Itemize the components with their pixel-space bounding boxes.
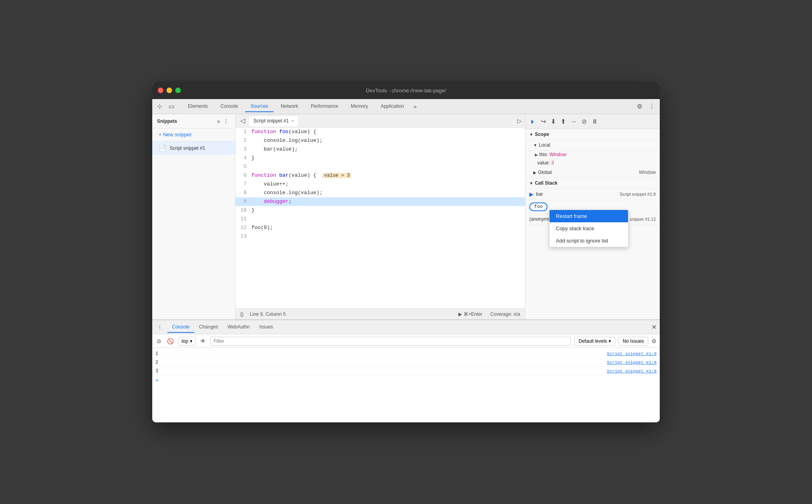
step-button[interactable]: → — [569, 117, 578, 126]
clear-console-button[interactable]: ⊘ — [155, 337, 163, 346]
no-issues-label: No Issues — [623, 338, 644, 344]
editor-tab-close-button[interactable]: × — [291, 118, 293, 123]
tab-bar-right: ⚙ ⋮ — [635, 101, 657, 112]
navigate-back-icon[interactable]: ◁ — [239, 115, 247, 126]
console-input[interactable] — [162, 378, 657, 383]
context-selector[interactable]: top ▾ — [178, 337, 196, 346]
tab-issues[interactable]: Issues — [255, 322, 278, 333]
window-title: DevTools - chrome://new-tab-page/ — [366, 88, 446, 94]
console-filter-input[interactable] — [210, 337, 571, 346]
close-bottom-panel-button[interactable]: ✕ — [651, 323, 657, 331]
tab-elements[interactable]: Elements — [182, 101, 213, 112]
console-output: 1 Script snippet #1:8 2 Script snippet #… — [152, 348, 660, 422]
tab-sources[interactable]: Sources — [245, 101, 274, 112]
global-scope-header[interactable]: ▶ Global Window — [525, 167, 660, 178]
line-number-6: 6 — [236, 171, 251, 180]
console-loc-1[interactable]: Script snippet #1:8 — [607, 351, 657, 356]
code-line-6: 6 function bar(value) { value = 3 — [236, 171, 525, 180]
console-loc-3[interactable]: Script snippet #1:8 — [607, 369, 657, 374]
resume-button[interactable]: ⏵ — [529, 117, 537, 126]
scope-section-header[interactable]: ▼ Scope — [525, 129, 660, 140]
line-number-10: 10 — [236, 206, 251, 215]
console-value-2: 2 — [155, 360, 167, 365]
tab-application[interactable]: Application — [375, 101, 410, 112]
console-loc-2[interactable]: Script snippet #1:8 — [607, 360, 657, 365]
block-network-button[interactable]: 🚫 — [166, 337, 175, 346]
global-triangle-icon: ▶ — [533, 170, 536, 175]
call-stack-header[interactable]: ▼ Call Stack — [525, 178, 660, 189]
step-over-button[interactable]: ↪ — [540, 116, 547, 126]
console-line-1: 1 Script snippet #1:8 — [152, 349, 660, 358]
editor-tab-bar: ◁ Script snippet #1 × ▷ — [236, 114, 525, 128]
tab-memory[interactable]: Memory — [345, 101, 373, 112]
run-button[interactable]: ▶ — [458, 311, 462, 317]
tab-changes[interactable]: Changes — [194, 322, 223, 333]
close-button[interactable] — [158, 88, 163, 93]
cursor-icon[interactable]: ⊹ — [155, 101, 164, 112]
tab-webauthn[interactable]: WebAuthn — [223, 322, 255, 333]
more-tabs-icon[interactable]: » — [411, 102, 419, 111]
add-to-ignore-list-menu-item[interactable]: Add script to ignore list — [550, 235, 628, 247]
traffic-lights — [158, 88, 181, 93]
device-icon[interactable]: ▭ — [167, 101, 176, 112]
console-line-2: 2 Script snippet #1:8 — [152, 358, 660, 367]
tab-performance[interactable]: Performance — [305, 101, 344, 112]
code-line-4: 4 } — [236, 154, 525, 162]
maximize-button[interactable] — [175, 88, 181, 93]
line-number-8: 8 — [236, 189, 251, 197]
more-snippets-icon[interactable]: » — [215, 117, 222, 125]
default-levels-button[interactable]: Default levels ▾ — [574, 337, 615, 346]
bottom-more-icon[interactable]: ⋮ — [155, 323, 164, 332]
tab-console[interactable]: Console — [215, 101, 243, 112]
line-number-2: 2 — [236, 136, 251, 145]
step-into-button[interactable]: ⬇ — [550, 116, 557, 126]
foo-frame-button[interactable]: foo — [529, 202, 548, 211]
console-settings-icon[interactable]: ⚙ — [651, 338, 657, 344]
format-button[interactable]: {} — [240, 311, 243, 317]
new-snippet-label: + New snippet — [159, 132, 192, 137]
local-scope-header[interactable]: ▼ Local — [525, 140, 660, 151]
tab-console-bottom[interactable]: Console — [167, 322, 194, 333]
bottom-panel: ⋮ Console Changes WebAuthn Issues ✕ ⊘ 🚫 … — [152, 319, 660, 422]
console-input-line: > — [152, 376, 660, 385]
settings-icon[interactable]: ⚙ — [635, 101, 644, 112]
editor-tab-right: ▷ — [517, 117, 522, 124]
bar-frame-name: bar — [536, 191, 620, 197]
new-snippet-button[interactable]: + New snippet — [152, 128, 235, 141]
snippet-item[interactable]: 📄 Script snippet #1 — [152, 141, 235, 155]
center-panel: ◁ Script snippet #1 × ▷ 1 function foo(v… — [236, 114, 525, 319]
bottom-tab-bar: ⋮ Console Changes WebAuthn Issues ✕ — [152, 320, 660, 334]
call-stack-bar-frame[interactable]: ▶ bar Script snippet #1:9 — [525, 189, 660, 200]
snippet-file-icon: 📄 — [159, 144, 167, 152]
deactivate-breakpoints-button[interactable]: ⊘ — [580, 116, 588, 126]
console-line-3: 3 Script snippet #1:8 — [152, 367, 660, 376]
local-triangle-icon: ▼ — [533, 143, 537, 147]
line-content-10: } — [251, 206, 525, 215]
copy-stack-trace-menu-item[interactable]: Copy stack trace — [550, 222, 628, 235]
console-value-1: 1 — [155, 351, 167, 357]
line-content-4: } — [251, 154, 525, 162]
more-options-icon[interactable]: ⋮ — [647, 101, 657, 112]
tab-network[interactable]: Network — [275, 101, 304, 112]
code-line-7: 7 value++; — [236, 180, 525, 189]
editor-tab-title: Script snippet #1 — [253, 118, 289, 124]
eye-icon[interactable]: 👁 — [199, 337, 207, 346]
editor-tab[interactable]: Script snippet #1 × — [248, 115, 299, 126]
run-status: ▶ ⌘+Enter Coverage: n/a — [458, 311, 520, 317]
top-tab-bar: ⊹ ▭ Elements Console Sources Network Per… — [152, 99, 660, 114]
pause-on-exceptions-button[interactable]: ⏸ — [590, 117, 599, 126]
left-panel: Snippets » ⋮ + New snippet 📄 Script snip… — [152, 114, 236, 319]
menu-icon[interactable]: ⋮ — [222, 117, 230, 125]
value-key: value — [537, 160, 549, 166]
call-stack-foo-frame[interactable]: foo Restart frame Copy stack trace Add s… — [525, 200, 660, 214]
line-content-9: debugger; — [251, 197, 525, 206]
restart-frame-menu-item[interactable]: Restart frame — [550, 210, 628, 222]
run-snippet-button[interactable]: ▷ — [517, 118, 522, 124]
context-chevron-icon: ▾ — [190, 338, 192, 344]
cursor-position[interactable]: Line 9, Column 5 — [250, 311, 286, 317]
console-value-3: 3 — [155, 368, 167, 374]
this-key: this — [539, 152, 547, 157]
minimize-button[interactable] — [167, 88, 172, 93]
no-issues-button[interactable]: No Issues — [619, 337, 648, 346]
step-out-button[interactable]: ⬆ — [559, 116, 567, 126]
